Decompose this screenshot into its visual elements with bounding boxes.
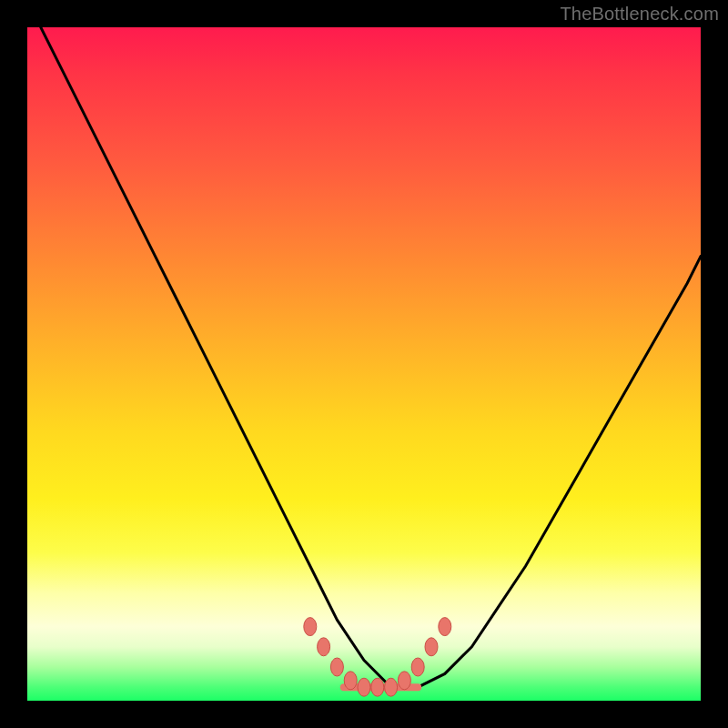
bottleneck-curve <box>41 27 701 687</box>
bottleneck-marker <box>439 618 451 636</box>
bottleneck-marker <box>371 678 384 696</box>
plot-area <box>27 27 701 701</box>
watermark-text: TheBottleneck.com <box>560 4 719 25</box>
marker-group <box>304 618 451 697</box>
bottleneck-marker <box>330 658 343 676</box>
bottleneck-marker <box>304 618 317 636</box>
curve-svg <box>27 27 701 701</box>
bottleneck-marker <box>385 678 398 696</box>
bottleneck-marker <box>318 638 330 656</box>
chart-frame: TheBottleneck.com <box>0 0 728 728</box>
bottleneck-marker <box>398 672 410 690</box>
bottleneck-marker <box>411 658 424 676</box>
bottleneck-marker <box>425 638 438 656</box>
bottleneck-marker <box>344 672 357 690</box>
bottleneck-marker <box>358 678 370 696</box>
